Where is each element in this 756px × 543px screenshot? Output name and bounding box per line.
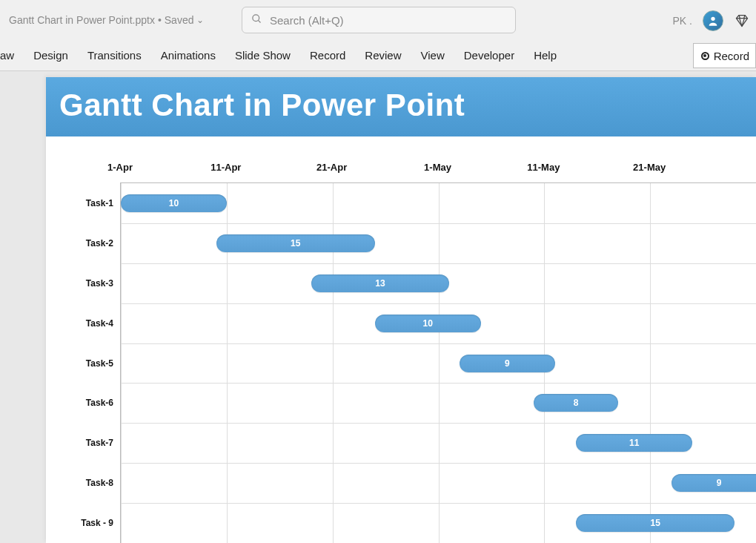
- tab-transitions[interactable]: Transitions: [87, 49, 142, 62]
- slide[interactable]: Gantt Chart in Power Point 1-Apr11-Apr21…: [46, 77, 756, 543]
- ribbon-tabs: aw Design Transitions Animations Slide S…: [0, 40, 756, 71]
- gantt-chart: 1-Apr11-Apr21-Apr1-May11-May21-May Task-…: [46, 136, 756, 543]
- y-axis-label: Task-6: [69, 398, 113, 408]
- title-right-cluster: PK .: [673, 10, 750, 31]
- user-initials[interactable]: PK .: [673, 15, 692, 27]
- gantt-bar[interactable]: 11: [576, 434, 692, 452]
- x-axis-label: 11-May: [527, 162, 560, 173]
- document-filename: Gantt Chart in Power Point.pptx: [9, 14, 155, 26]
- row-line: [121, 343, 756, 344]
- x-axis: 1-Apr11-Apr21-Apr1-May11-May21-May: [120, 162, 756, 180]
- svg-line-1: [258, 20, 260, 22]
- x-axis-label: 1-May: [424, 162, 451, 173]
- tab-record[interactable]: Record: [310, 49, 345, 62]
- row-line: [121, 383, 756, 384]
- y-axis-label: Task-7: [69, 438, 113, 448]
- x-axis-label: 21-Apr: [316, 162, 347, 173]
- row-line: [121, 423, 756, 424]
- search-input[interactable]: Search (Alt+Q): [242, 7, 516, 33]
- record-button[interactable]: Record: [693, 43, 756, 68]
- gridline: [650, 183, 651, 543]
- tab-help[interactable]: Help: [534, 49, 557, 62]
- gridline: [439, 183, 440, 543]
- gantt-bar[interactable]: 9: [460, 355, 555, 372]
- y-axis-label: Task - 9: [69, 518, 113, 528]
- svg-point-2: [711, 17, 714, 21]
- gantt-bar[interactable]: 13: [311, 274, 449, 292]
- row-line: [121, 263, 756, 264]
- gantt-bar[interactable]: 9: [672, 474, 756, 492]
- gridline: [121, 183, 122, 543]
- chevron-down-icon[interactable]: ⌄: [196, 15, 204, 25]
- premium-diamond-icon[interactable]: [734, 13, 750, 29]
- search-placeholder: Search (Alt+Q): [270, 14, 344, 27]
- gantt-bar[interactable]: 10: [375, 315, 481, 332]
- tab-animations[interactable]: Animations: [161, 49, 216, 62]
- tab-developer[interactable]: Developer: [464, 49, 514, 62]
- tab-view[interactable]: View: [421, 49, 445, 62]
- tab-design[interactable]: Design: [33, 49, 68, 62]
- document-title[interactable]: Gantt Chart in Power Point.pptx • Saved …: [6, 14, 204, 26]
- slide-title-bar: Gantt Chart in Power Point: [46, 77, 756, 136]
- gantt-bar[interactable]: 8: [534, 394, 618, 412]
- gantt-bar[interactable]: 15: [576, 514, 735, 532]
- gantt-bar[interactable]: 15: [216, 234, 375, 252]
- y-axis-label: Task-8: [69, 478, 113, 488]
- record-button-label: Record: [714, 50, 749, 62]
- y-axis-label: Task-5: [69, 358, 113, 369]
- slide-canvas-area: Gantt Chart in Power Point 1-Apr11-Apr21…: [0, 71, 756, 543]
- row-line: [121, 303, 756, 304]
- tab-review[interactable]: Review: [365, 49, 401, 62]
- gantt-bar[interactable]: 10: [121, 194, 227, 212]
- row-line: [121, 503, 756, 504]
- record-dot-icon: [701, 52, 709, 60]
- tab-slide-show[interactable]: Slide Show: [235, 49, 291, 62]
- row-line: [121, 223, 756, 224]
- plot-area: Task-1Task-2Task-3Task-4Task-5Task-6Task…: [120, 182, 756, 543]
- x-axis-label: 1-Apr: [107, 162, 133, 173]
- slide-title-text: Gantt Chart in Power Point: [59, 88, 465, 122]
- row-line: [121, 463, 756, 464]
- save-state: Saved: [165, 14, 194, 26]
- x-axis-label: 21-May: [633, 162, 666, 173]
- x-axis-label: 11-Apr: [210, 162, 241, 173]
- tab-draw-partial[interactable]: aw: [0, 49, 14, 62]
- avatar[interactable]: [703, 10, 723, 31]
- y-axis-label: Task-2: [69, 238, 113, 249]
- svg-point-0: [253, 15, 259, 22]
- y-axis-label: Task-1: [69, 198, 113, 208]
- y-axis-label: Task-4: [69, 318, 113, 329]
- search-icon: [251, 13, 262, 27]
- y-axis-label: Task-3: [69, 278, 113, 289]
